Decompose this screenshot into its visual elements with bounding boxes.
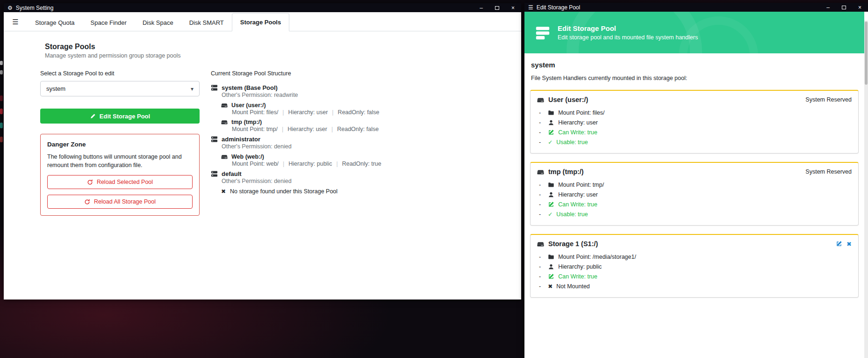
remove-handler-button[interactable]: ✖: [846, 241, 852, 248]
maximize-icon: [842, 6, 846, 9]
desktop-icon-fragment: [0, 123, 3, 128]
mount-point-row: Mount Point: tmp/: [537, 180, 852, 190]
can-write-text: Can Write: true: [558, 273, 597, 280]
danger-zone-description: The following buttons will unmount stora…: [47, 153, 193, 169]
edit-storage-pool-button[interactable]: Edit Storage Pool: [40, 109, 200, 124]
mount-point-text: Mount Point: /media/storage1/: [558, 254, 636, 260]
x-mark-icon: ✖: [221, 188, 226, 195]
handlers-description: File System Handlers currently mounted i…: [524, 69, 864, 81]
empty-pool-message-row: ✖ No storage found under this Storage Po…: [221, 188, 507, 195]
system-reserved-badge: System Reserved: [805, 168, 852, 175]
tab-space-finder[interactable]: Space Finder: [83, 14, 135, 31]
window-title: System Setting: [16, 5, 54, 11]
edit-pencil-icon: [548, 129, 554, 136]
scrollbar-track[interactable]: [864, 21, 868, 358]
handler-name: tmp (tmp:/): [548, 168, 584, 175]
editing-pool-name: system: [524, 53, 864, 69]
usable-text: Usable: true: [556, 139, 588, 146]
maximize-button[interactable]: [838, 3, 850, 11]
not-mounted-row: ✖ Not Mounted: [537, 281, 852, 291]
hierarchy-row: Hierarchy: public: [537, 262, 852, 271]
menu-icon[interactable]: ☰: [4, 18, 27, 31]
server-icon: [211, 84, 218, 91]
hierarchy-text: Hierarchy: user: [558, 191, 598, 198]
edit-pencil-icon: [548, 273, 554, 280]
close-button[interactable]: ×: [854, 3, 866, 11]
desktop-icon-fragment: [0, 109, 3, 114]
handler-name: Storage 1 (S1:/): [548, 240, 598, 248]
user-icon: [548, 119, 554, 126]
edit-pool-banner: Edit Storage Pool Edit storage pool and …: [524, 12, 864, 53]
pool-permission: Other's Permission: denied: [222, 178, 507, 184]
system-setting-titlebar[interactable]: ⚙ System Setting – ×: [4, 3, 521, 12]
usable-text: Usable: true: [556, 211, 588, 218]
mount-point-text: Mount Point: tmp/: [558, 182, 604, 188]
reload-selected-pool-button[interactable]: Reload Selected Pool: [47, 175, 193, 189]
usable-row: ✓ Usable: true: [537, 137, 852, 147]
banner-title: Edit Storage Pool: [558, 24, 698, 32]
hierarchy-detail: Hierarchy: user: [278, 109, 328, 116]
hierarchy-row: Hierarchy: user: [537, 190, 852, 199]
scrollbar-thumb[interactable]: [865, 22, 868, 85]
pool-name: administrator: [222, 136, 260, 143]
hard-drive-icon: [221, 102, 228, 109]
readonly-detail: ReadOnly: true: [332, 161, 381, 167]
desktop-icon-fragment: [0, 61, 3, 65]
tab-disk-smart[interactable]: Disk SMART: [181, 14, 232, 31]
can-write-row: Can Write: true: [537, 271, 852, 281]
usable-row: ✓ Usable: true: [537, 209, 852, 219]
reload-all-storage-pool-label: Reload All Storage Pool: [94, 198, 156, 205]
handler-card-storage1: Storage 1 (S1:/) ✖ Mount Point: /media/s…: [530, 234, 859, 298]
mount-point-row: Mount Point: /media/storage1/: [537, 252, 852, 262]
mount-point-row: Mount Point: files/: [537, 108, 852, 117]
edit-pool-body: Edit Storage Pool Edit storage pool and …: [524, 12, 868, 358]
mount-status-text: Not Mounted: [556, 283, 590, 290]
tab-bar: ☰ Storage Quota Space Finder Disk Space …: [4, 12, 521, 31]
x-mark-icon: ✖: [548, 283, 552, 290]
reload-selected-pool-label: Reload Selected Pool: [97, 179, 153, 185]
can-write-text: Can Write: true: [558, 201, 597, 208]
pool-tree-node: default Other's Permission: denied ✖ No …: [211, 170, 507, 195]
page-title: Storage Pools: [45, 43, 507, 51]
pool-tree-node: system (Base Pool) Other's Permission: r…: [211, 84, 507, 132]
maximize-icon: [495, 6, 499, 10]
menu-icon: ☰: [528, 5, 533, 10]
edit-handler-button[interactable]: [836, 241, 842, 247]
page-subtitle: Manage system and permission group stora…: [45, 52, 507, 59]
handler-card-tmp: tmp (tmp:/) System Reserved Mount Point:…: [530, 162, 859, 226]
pool-permission: Other's Permission: denied: [222, 143, 507, 150]
minimize-button[interactable]: –: [475, 4, 488, 12]
tab-storage-pools[interactable]: Storage Pools: [232, 13, 289, 31]
chevron-down-icon: ▾: [191, 86, 194, 92]
hard-drive-icon: [537, 168, 544, 175]
storage-pool-select[interactable]: system ▾: [40, 81, 200, 96]
tab-storage-quota[interactable]: Storage Quota: [27, 14, 83, 31]
danger-zone-title: Danger Zone: [47, 141, 193, 148]
mount-point-detail: Mount Point: web/: [232, 161, 279, 167]
folder-icon: [548, 110, 554, 116]
edit-pool-titlebar[interactable]: ☰ Edit Storage Pool – ×: [524, 3, 868, 12]
maximize-button[interactable]: [491, 4, 503, 12]
close-button[interactable]: ×: [507, 4, 519, 12]
desktop-icon-fragment: [0, 137, 3, 142]
refresh-icon: [84, 199, 90, 205]
refresh-icon: [87, 179, 93, 185]
pool-name: default: [222, 170, 242, 177]
server-icon: [211, 170, 218, 177]
mount-point-detail: Mount Point: files/: [232, 109, 278, 116]
minimize-button[interactable]: –: [822, 3, 834, 11]
storage-name: Web (web:/): [231, 153, 264, 160]
system-setting-window: ⚙ System Setting – × ☰ Storage Quota Spa…: [4, 3, 521, 300]
folder-icon: [548, 254, 554, 260]
reload-all-storage-pool-button[interactable]: Reload All Storage Pool: [47, 195, 193, 209]
storage-name: tmp (tmp:/): [231, 119, 262, 125]
edit-pencil-icon: [548, 201, 554, 208]
handler-name: User (user:/): [548, 96, 588, 103]
storage-tree-node: tmp (tmp:/) Mount Point: tmp/Hierarchy: …: [221, 119, 507, 132]
window-title: Edit Storage Pool: [537, 4, 580, 11]
system-reserved-badge: System Reserved: [805, 96, 852, 103]
tab-disk-space[interactable]: Disk Space: [135, 14, 181, 31]
check-icon: ✓: [548, 211, 552, 218]
storage-pools-page: Storage Pools Manage system and permissi…: [4, 31, 521, 300]
hierarchy-text: Hierarchy: user: [558, 119, 598, 126]
